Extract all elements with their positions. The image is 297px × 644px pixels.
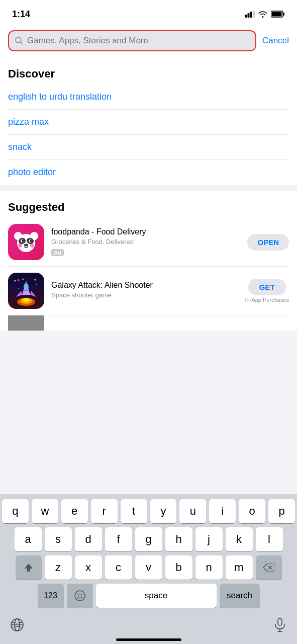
svg-point-18 [24, 244, 28, 247]
key-m[interactable]: m [226, 555, 253, 580]
svg-point-32 [35, 279, 36, 281]
svg-point-30 [36, 284, 37, 285]
svg-point-16 [22, 240, 24, 242]
emoji-key[interactable] [67, 584, 93, 608]
app-item-partial [8, 315, 289, 331]
status-icons [245, 11, 285, 18]
key-o[interactable]: o [239, 499, 265, 523]
foodpanda-icon [8, 224, 44, 260]
mic-icon[interactable] [269, 614, 291, 636]
search-icon [15, 37, 23, 45]
space-key[interactable]: space [96, 584, 217, 608]
svg-rect-3 [253, 11, 255, 18]
key-t[interactable]: t [121, 499, 147, 523]
panda-svg [13, 229, 39, 255]
discover-item[interactable]: photo editor [8, 160, 289, 185]
search-bar-area: Cancel [0, 25, 297, 57]
search-key[interactable]: search [220, 584, 260, 608]
discover-item[interactable]: english to urdu translation [8, 85, 289, 110]
key-j[interactable]: j [195, 527, 223, 551]
app-item-galaxy: Galaxy Attack: Alien Shooter Space shoot… [8, 267, 289, 315]
delete-icon [263, 564, 274, 572]
signal-icon [245, 11, 255, 18]
search-input[interactable] [27, 36, 249, 46]
globe-icon[interactable] [6, 614, 28, 636]
key-e[interactable]: e [61, 499, 88, 523]
suggested-section: Suggested [0, 191, 297, 331]
key-w[interactable]: w [32, 499, 58, 523]
key-d[interactable]: d [75, 527, 102, 551]
key-l[interactable]: l [256, 527, 283, 551]
search-input-wrapper[interactable] [8, 30, 256, 51]
get-button[interactable]: GET [248, 279, 286, 295]
app-item-foodpanda: foodpanda - Food Delivery Groceries & Fo… [8, 218, 289, 267]
key-r[interactable]: r [91, 499, 118, 523]
key-q[interactable]: q [2, 499, 29, 523]
shift-icon [24, 562, 34, 573]
keyboard-row-4: 123 space search [2, 584, 295, 608]
key-p[interactable]: p [268, 499, 295, 523]
svg-rect-6 [272, 12, 282, 17]
numbers-key[interactable]: 123 [38, 584, 64, 608]
svg-marker-33 [18, 279, 20, 281]
svg-point-38 [75, 591, 85, 601]
battery-icon [271, 11, 285, 18]
delete-key[interactable] [256, 555, 282, 580]
content-area: Discover english to urdu translation piz… [0, 57, 297, 185]
mic-svg [274, 618, 286, 632]
key-x[interactable]: x [75, 555, 102, 580]
key-g[interactable]: g [135, 527, 162, 551]
discover-item[interactable]: pizza max [8, 110, 289, 135]
status-time: 1:14 [12, 9, 30, 20]
key-h[interactable]: h [165, 527, 192, 551]
key-b[interactable]: b [165, 555, 192, 580]
discover-item[interactable]: snack [8, 135, 289, 160]
svg-rect-0 [245, 15, 247, 18]
svg-marker-26 [16, 291, 22, 297]
key-a[interactable]: a [15, 527, 42, 551]
key-k[interactable]: k [226, 527, 253, 551]
ad-badge: Ad [51, 249, 64, 256]
key-s[interactable]: s [45, 527, 72, 551]
svg-rect-2 [250, 12, 252, 18]
foodpanda-info: foodpanda - Food Delivery Groceries & Fo… [51, 227, 240, 257]
svg-rect-5 [283, 13, 285, 16]
foodpanda-name: foodpanda - Food Delivery [51, 227, 240, 236]
keyboard-row-1: q w e r t y u i o p [2, 499, 295, 523]
key-i[interactable]: i [209, 499, 236, 523]
keyboard-bottom-row [2, 612, 295, 641]
svg-point-31 [18, 288, 19, 289]
keyboard-row-3: z x c v b n m [2, 555, 295, 580]
emoji-icon [74, 590, 86, 602]
keyboard-row-2: a s d f g h j k l [2, 527, 295, 551]
discover-title: Discover [0, 57, 297, 85]
key-f[interactable]: f [105, 527, 132, 551]
in-app-purchases-text: In-App Purchases [245, 297, 289, 303]
open-button[interactable]: OPEN [247, 234, 289, 251]
galaxy-svg [11, 276, 41, 306]
svg-marker-34 [22, 278, 24, 280]
galaxy-name: Galaxy Attack: Alien Shooter [51, 281, 238, 290]
svg-point-39 [77, 594, 79, 596]
svg-line-8 [21, 42, 23, 44]
svg-rect-44 [278, 618, 282, 625]
suggested-title: Suggested [0, 191, 297, 218]
svg-point-40 [80, 594, 82, 596]
key-c[interactable]: c [105, 555, 132, 580]
key-z[interactable]: z [45, 555, 72, 580]
home-indicator [116, 638, 181, 641]
key-v[interactable]: v [135, 555, 162, 580]
svg-rect-1 [248, 13, 250, 18]
svg-point-20 [30, 244, 34, 248]
galaxy-subtitle: Space shooter game [51, 291, 238, 299]
key-y[interactable]: y [150, 499, 177, 523]
galaxy-icon [8, 273, 44, 309]
svg-marker-27 [30, 291, 36, 297]
shift-key[interactable] [16, 555, 42, 580]
keyboard: q w e r t y u i o p a s d f g h j k l z … [0, 494, 297, 644]
globe-svg [10, 618, 24, 632]
cancel-button[interactable]: Cancel [262, 34, 289, 48]
svg-point-17 [30, 240, 32, 242]
key-n[interactable]: n [195, 555, 223, 580]
key-u[interactable]: u [179, 499, 206, 523]
